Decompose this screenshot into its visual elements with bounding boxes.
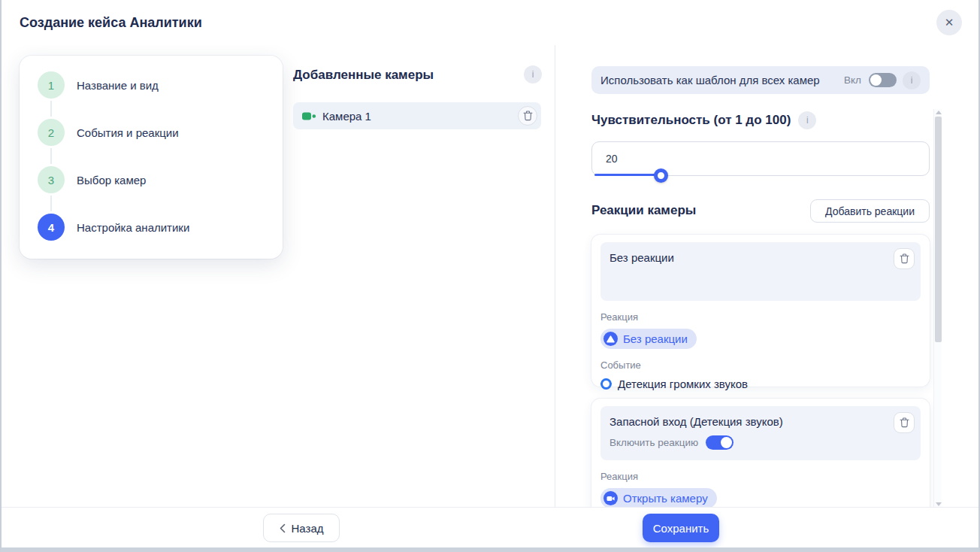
add-reaction-button[interactable]: Добавить реакции bbox=[810, 199, 930, 223]
reaction-card: Без реакции Реакция Без реакции Событие … bbox=[591, 235, 930, 387]
step-label: Выбор камер bbox=[77, 174, 146, 187]
sensitivity-header: Чувствительность (от 1 до 100) i bbox=[591, 111, 816, 129]
sensitivity-title: Чувствительность (от 1 до 100) bbox=[591, 113, 791, 128]
reactions-title: Реакции камеры bbox=[591, 203, 696, 218]
reaction-card-header: Без реакции bbox=[600, 242, 921, 301]
event-row: Детекция громких звуков bbox=[600, 378, 921, 390]
camera-list-item[interactable]: Камера 1 bbox=[293, 102, 541, 129]
reaction-card: Запасной вход (Детекция звуков) Включить… bbox=[591, 399, 930, 508]
trash-icon bbox=[900, 417, 909, 428]
sensitivity-slider-handle[interactable] bbox=[654, 168, 668, 183]
step-item-3[interactable]: 3 Выбор камер bbox=[38, 166, 283, 193]
toggle-knob bbox=[721, 437, 732, 448]
event-field-label: Событие bbox=[600, 359, 921, 371]
camera-icon bbox=[302, 111, 316, 121]
step-item-2[interactable]: 2 События и реакции bbox=[38, 119, 283, 146]
reaction-card-title: Запасной вход (Детекция звуков) bbox=[609, 415, 912, 428]
template-banner: Использовать как шаблон для всех камер В… bbox=[591, 66, 930, 94]
modal-body: 1 Название и вид 2 События и реакции 3 В… bbox=[2, 45, 978, 508]
reaction-field-label: Реакция bbox=[600, 311, 921, 323]
save-button[interactable]: Сохранить bbox=[643, 514, 719, 542]
chevron-left-icon bbox=[280, 523, 286, 533]
back-button-label: Назад bbox=[292, 522, 324, 535]
delete-reaction-button[interactable] bbox=[894, 248, 915, 269]
enable-reaction-toggle[interactable] bbox=[706, 435, 733, 450]
panel-divider bbox=[555, 45, 555, 508]
info-icon: i bbox=[532, 69, 534, 80]
enable-reaction-row: Включить реакцию bbox=[609, 435, 912, 450]
reaction-chip-label: Без реакции bbox=[623, 332, 688, 345]
step-label: Настройка аналитики bbox=[77, 221, 189, 234]
scrollbar-up-icon[interactable] bbox=[936, 111, 942, 114]
step-connector bbox=[50, 196, 52, 211]
info-icon: i bbox=[806, 115, 809, 126]
info-icon: i bbox=[911, 75, 913, 86]
sensitivity-input[interactable] bbox=[591, 141, 930, 176]
step-number-badge: 2 bbox=[38, 119, 65, 146]
close-icon: ✕ bbox=[945, 16, 954, 29]
step-label: События и реакции bbox=[77, 126, 179, 139]
right-panel-scrollbar[interactable] bbox=[933, 109, 942, 508]
reaction-chip[interactable]: Без реакции bbox=[600, 329, 697, 349]
create-analytics-case-modal: Создание кейса Аналитики ✕ 1 Название и … bbox=[0, 0, 980, 552]
step-number-badge: 3 bbox=[38, 166, 65, 193]
step-connector bbox=[50, 101, 52, 117]
template-info-button[interactable]: i bbox=[903, 71, 921, 89]
step-number-badge: 4 bbox=[38, 214, 65, 241]
close-button[interactable]: ✕ bbox=[936, 10, 962, 35]
template-banner-label: Использовать как шаблон для всех камер bbox=[600, 74, 820, 86]
reaction-chip[interactable]: Открыть камеру bbox=[600, 488, 717, 508]
event-name: Детекция громких звуков bbox=[618, 378, 748, 390]
step-item-1[interactable]: 1 Название и вид bbox=[38, 71, 283, 99]
step-number-badge: 1 bbox=[38, 71, 65, 99]
scrollbar-thumb[interactable] bbox=[935, 117, 942, 342]
modal-footer: Назад Сохранить bbox=[2, 507, 978, 547]
page-title: Создание кейса Аналитики bbox=[20, 0, 202, 45]
trash-icon bbox=[523, 111, 533, 121]
step-connector bbox=[50, 148, 52, 164]
back-button[interactable]: Назад bbox=[263, 514, 340, 542]
delete-camera-button[interactable] bbox=[518, 106, 537, 126]
step-label: Название и вид bbox=[77, 79, 159, 92]
enable-reaction-label: Включить реакцию bbox=[609, 437, 698, 448]
scrollbar-down-icon[interactable] bbox=[936, 502, 942, 506]
camera-name: Камера 1 bbox=[322, 110, 371, 123]
modal-header: Создание кейса Аналитики ✕ bbox=[2, 0, 978, 46]
added-cameras-title: Добавленные камеры bbox=[293, 68, 434, 83]
added-cameras-info-button[interactable]: i bbox=[524, 65, 542, 83]
event-radio-icon bbox=[600, 378, 612, 390]
step-item-4-active[interactable]: 4 Настройка аналитики bbox=[38, 214, 283, 241]
template-toggle-label: Вкл bbox=[844, 74, 861, 86]
reaction-card-header: Запасной вход (Детекция звуков) Включить… bbox=[600, 406, 921, 460]
sensitivity-slider-track[interactable] bbox=[594, 174, 659, 176]
wizard-stepper: 1 Название и вид 2 События и реакции 3 В… bbox=[20, 56, 283, 259]
reaction-card-title: Без реакции bbox=[609, 251, 912, 264]
sensitivity-info-button[interactable]: i bbox=[798, 111, 816, 129]
trash-icon bbox=[900, 253, 909, 264]
open-camera-icon bbox=[603, 491, 618, 505]
delete-reaction-button[interactable] bbox=[894, 412, 915, 433]
template-toggle[interactable] bbox=[869, 73, 897, 87]
reaction-chip-label: Открыть камеру bbox=[623, 492, 708, 505]
no-reaction-icon bbox=[603, 332, 618, 346]
toggle-knob bbox=[870, 74, 882, 86]
reaction-field-label: Реакция bbox=[600, 471, 921, 482]
